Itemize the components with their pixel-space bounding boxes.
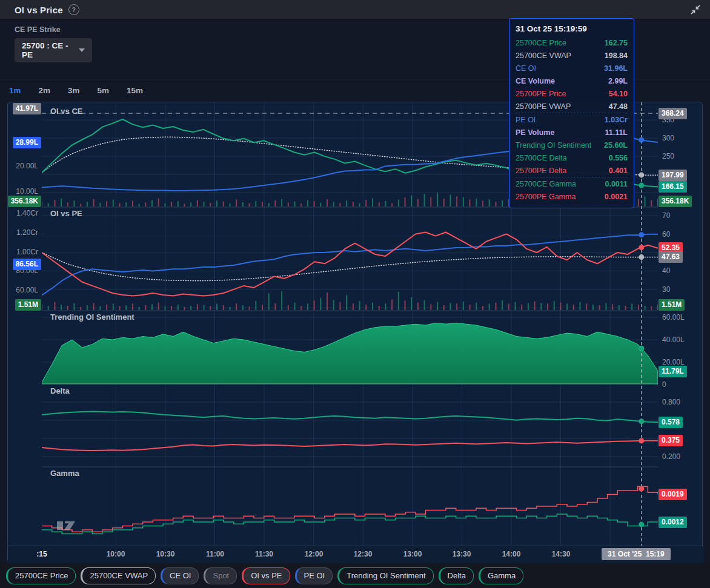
volume-bar [417, 199, 419, 206]
x-axis-tick: 11:30 [255, 550, 273, 558]
legend-pill-oi-vs-pe[interactable]: OI vs PE [242, 567, 290, 584]
price-badge: 0.0012 [659, 517, 687, 528]
tooltip-row: 25700CE Delta0.556 [516, 151, 628, 164]
legend-pill-ce-oi[interactable]: CE OI [161, 567, 199, 584]
volume-bar [463, 302, 464, 310]
volume-bar [469, 305, 471, 310]
volume-bar [385, 201, 386, 206]
crosshair-marker-gray [639, 172, 644, 177]
chevron-down-icon [79, 48, 85, 52]
time-axis[interactable]: :1510:0010:3011:0011:3012:0012:3013:0013… [8, 546, 703, 564]
x-axis-tick: 14:30 [552, 550, 571, 558]
volume-bar [132, 200, 133, 206]
tooltip-row-label: Trending OI Sentiment [516, 141, 591, 150]
volume-bar [262, 202, 263, 207]
volume-bar [249, 203, 250, 206]
volume-bar [391, 299, 393, 310]
volume-bar [61, 305, 62, 310]
volume-bar [612, 304, 613, 310]
tooltip-row-value: 0.401 [609, 167, 628, 175]
volume-bar [54, 200, 55, 206]
tooltip-row: CE Volume2.99L [516, 74, 628, 87]
volume-bar [158, 199, 159, 206]
volume-bar [560, 303, 561, 310]
volume-bar [197, 200, 198, 207]
volume-bar [80, 204, 81, 206]
left-price-axis[interactable]: 20.00L10.00L41.97L28.99L356.18K1.40Cr1.2… [8, 102, 42, 546]
volume-bar [372, 198, 373, 206]
x-axis-tick: 12:30 [354, 550, 373, 558]
legend-pill-pe-oi[interactable]: PE OI [295, 567, 333, 584]
y-axis-tick: 0 [662, 380, 666, 389]
tooltip-row: 25700PE Gamma0.0021 [516, 190, 628, 203]
legend-pill-25700ce-vwap[interactable]: 25700CE VWAP [81, 567, 156, 584]
crosshair-marker-green [639, 183, 644, 188]
y-axis-tick: 40 [662, 266, 670, 276]
legend-pill-delta[interactable]: Delta [439, 567, 474, 584]
collapse-icon[interactable] [689, 4, 702, 16]
tooltip-row-value: 0.0011 [605, 180, 628, 188]
strike-selector-label: CE PE Strike [15, 25, 61, 34]
legend-pill-25700ce-price[interactable]: 25700CE Price [6, 567, 76, 584]
volume-bar [262, 305, 263, 310]
volume-bar [469, 200, 471, 206]
volume-bar [502, 200, 503, 206]
y-axis-tick: 60.00L [662, 312, 685, 322]
help-icon[interactable]: ? [68, 4, 79, 15]
volume-bar [216, 304, 217, 310]
tab-3m[interactable]: 3m [68, 86, 80, 95]
volume-bar [515, 302, 516, 310]
tab-1m[interactable]: 1m [9, 86, 21, 95]
volume-bar [61, 199, 62, 206]
series-25700pe-price [42, 233, 658, 296]
volume-bar [333, 300, 334, 310]
volume-bar [307, 303, 308, 310]
volume-bar [495, 202, 496, 206]
x-axis-tick: 10:30 [156, 550, 175, 558]
volume-bar [437, 193, 438, 206]
price-badge: 356.18K [8, 196, 41, 207]
crosshair-marker-blue [639, 137, 644, 143]
volume-bar [145, 305, 146, 310]
volume-bar [379, 306, 380, 310]
y-axis-tick: 60 [662, 230, 670, 239]
volume-bar [230, 307, 231, 310]
tab-15m[interactable]: 15m [127, 86, 143, 95]
volume-bar [327, 292, 328, 310]
tooltip-row-label: PE OI [516, 116, 536, 124]
volume-bar [145, 202, 146, 206]
y-axis-tick: 0.200 [662, 452, 680, 461]
volume-bar [605, 303, 606, 310]
strike-dropdown[interactable]: 25700 : CE - PE [15, 38, 92, 62]
tooltip-row-label: 25700CE Gamma [516, 180, 576, 188]
volume-bar [476, 303, 477, 310]
price-badge: 356.18K [659, 196, 692, 207]
legend-pill-spot[interactable]: Spot [204, 567, 237, 584]
volume-bar [638, 199, 639, 206]
volume-bar [106, 201, 107, 206]
y-axis-tick: 60.00L [16, 285, 38, 295]
x-axis-tick: :15 [36, 550, 47, 558]
y-axis-tick: 250 [662, 151, 674, 161]
tooltip-row-label: 25700PE Gamma [516, 193, 576, 201]
tradingview-logo[interactable] [56, 519, 77, 535]
volume-bar [405, 300, 406, 310]
volume-bar [274, 200, 276, 206]
legend-pill-trending-oi-sentiment[interactable]: Trending OI Sentiment [337, 567, 433, 584]
volume-bar [274, 303, 276, 310]
volume-bar [508, 303, 509, 310]
volume-bar [74, 303, 75, 310]
volume-bar [411, 297, 412, 310]
volume-bar [113, 200, 114, 206]
volume-bar [346, 200, 347, 206]
right-price-axis[interactable]: 350300250368.24197.99166.15356.18K706040… [658, 102, 703, 546]
volume-bar [443, 199, 445, 206]
crosshair-tooltip: 31 Oct 25 15:19:59 25700CE Price162.7525… [509, 18, 634, 208]
tab-2m[interactable]: 2m [39, 86, 51, 95]
legend-pill-gamma[interactable]: Gamma [479, 567, 523, 584]
volume-bar [651, 200, 652, 207]
header-bar: OI vs Price ? [0, 0, 710, 20]
tab-5m[interactable]: 5m [98, 86, 110, 95]
tooltip-row-value: 54.10 [609, 90, 628, 98]
volume-bar [210, 306, 211, 310]
